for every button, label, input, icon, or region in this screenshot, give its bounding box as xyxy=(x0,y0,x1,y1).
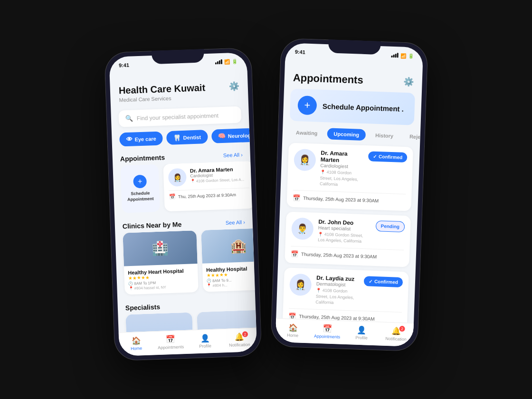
notification-badge-1: 2 xyxy=(242,331,248,337)
status-badge-3: ✓ Confirmed xyxy=(364,276,403,287)
settings-icon[interactable]: ⚙️ xyxy=(228,81,239,92)
time-1: 9:41 xyxy=(119,62,129,68)
doc-avatar-list-3: 👩‍⚕️ xyxy=(289,274,312,296)
tab-rejected[interactable]: Rejected xyxy=(403,131,423,143)
nav-profile-2[interactable]: 👤 Profile xyxy=(344,325,380,341)
eye-icon: 👁 xyxy=(126,136,133,143)
specialists-section-title: Specialists xyxy=(125,303,161,312)
alc-info-3: Dr. Laydia zuz Dermatologist 📍 4108 Gord… xyxy=(315,275,359,307)
status-badge-1: ✓ Confirmed xyxy=(368,151,408,162)
home-icon: 🏠 xyxy=(131,336,141,345)
calendar-icon-1: 📅 xyxy=(169,194,176,200)
schedule-appt-label: ScheduleAppointment xyxy=(127,190,154,202)
nav-home-label: Home xyxy=(131,346,142,351)
nav-home-label-2: Home xyxy=(287,333,298,338)
clinic-img-1: 🏥 xyxy=(123,230,197,266)
p2-title: Appointments xyxy=(293,72,363,86)
wifi-icon-2: 📶 xyxy=(400,53,406,58)
bottom-nav-1: 🏠 Home 📅 Appointments 👤 Profile 🔔 2 Noti… xyxy=(119,328,257,356)
status-icons-2: 📶 🔋 xyxy=(391,52,413,58)
nav-appointments-2[interactable]: 📅 Appointments xyxy=(310,323,345,340)
home-icon-2: 🏠 xyxy=(288,323,298,332)
appt-list-item-3[interactable]: 👩‍⚕️ Dr. Laydia zuz Dermatologist 📍 4108… xyxy=(283,267,409,323)
profile-icon-2: 👤 xyxy=(357,325,367,335)
cat-neurologist[interactable]: 🧠 Neurologi... xyxy=(211,128,250,143)
nav-notif-label-2: Notification xyxy=(385,336,407,342)
wifi-icon: 📶 xyxy=(224,59,230,64)
phone1-content: Health Care Kuwait Medical Care Services… xyxy=(109,66,256,332)
cat-eye-care[interactable]: 👁 Eye care xyxy=(119,131,163,146)
alc-addr-2: 📍 4108 Gordon Street, Los Angeles, Calif… xyxy=(318,231,370,245)
search-bar[interactable]: 🔍 Find your specialist appointment xyxy=(118,106,241,127)
checkmark-icon-3: ✓ xyxy=(369,279,372,284)
notification-badge-2: 2 xyxy=(399,326,405,332)
clinic-img-2: 🏨 xyxy=(201,228,255,264)
cal-icon-list-2: 📅 xyxy=(291,250,299,258)
battery-icon: 🔋 xyxy=(232,58,238,64)
brain-icon: 🧠 xyxy=(218,133,226,140)
nav-appt-label: Appointments xyxy=(158,344,184,350)
clinics-see-all[interactable]: See All › xyxy=(226,219,245,225)
clinics-section-title: Clinics Near by Me xyxy=(123,220,182,230)
appointments-icon-2: 📅 xyxy=(323,324,332,333)
appointment-list: 👩‍⚕️ Dr. Amara Marten Cardiologiest 📍 41… xyxy=(276,142,420,323)
schedule-banner[interactable]: + Schedule Appointment . xyxy=(290,89,415,125)
phone2-content: Appointments ⚙️ + Schedule Appointment .… xyxy=(276,56,423,323)
specialist-card-1[interactable]: 👩‍⚕️ Dr. Lydia zuz Dermatologist xyxy=(125,312,194,332)
notch-1 xyxy=(152,49,204,64)
battery-icon-2: 🔋 xyxy=(408,53,413,58)
bottom-nav-2: 🏠 Home 📅 Appointments 👤 Profile 🔔 2 Noti… xyxy=(275,318,414,347)
phone-2: 9:41 📶 🔋 Appointments ⚙️ + xyxy=(270,38,428,352)
appt-list-item-1[interactable]: 👩‍⚕️ Dr. Amara Marten Cardiologiest 📍 41… xyxy=(286,142,413,211)
spec-img-female: 👩‍⚕️ xyxy=(125,312,194,332)
p2-header: Appointments ⚙️ xyxy=(284,56,423,93)
app-scene: 9:41 📶 🔋 Health Care Kuwait Medical Care… xyxy=(109,45,423,354)
p1-header: Health Care Kuwait Medical Care Services… xyxy=(109,66,248,107)
search-placeholder: Find your specialist appointment xyxy=(137,112,218,122)
doc-avatar-1: 👩‍⚕️ xyxy=(168,168,187,187)
alc-date-1: Thursday, 25th Aug 2023 at 9:30AM xyxy=(303,195,379,203)
nav-home-2[interactable]: 🏠 Home xyxy=(276,323,311,339)
cat-neuro-label: Neurologi... xyxy=(228,132,250,139)
alc-info-1: Dr. Amara Marten Cardiologiest 📍 4108 Go… xyxy=(320,150,364,189)
clinics-row: 🏥 Healthy Heart Hospital ★★★★★ 🕐 8AM To … xyxy=(115,228,255,300)
appointments-row: + ScheduleAppointment 👩‍⚕️ Dr. Amara Mar… xyxy=(113,161,252,218)
appt-list-item-2[interactable]: 👨‍⚕️ Dr. John Deo Heart specialist 📍 410… xyxy=(285,211,411,267)
nav-profile-label: Profile xyxy=(199,343,211,349)
settings-icon-2[interactable]: ⚙️ xyxy=(403,76,414,87)
signal-icon-2 xyxy=(391,53,398,58)
cat-eye-label: Eye care xyxy=(134,135,156,142)
appointments-section-title: Appointments xyxy=(120,153,165,162)
tab-upcoming[interactable]: Upcoming xyxy=(327,128,366,141)
nav-appt-label-2: Appointments xyxy=(314,334,340,340)
tab-awaiting[interactable]: Awaiting xyxy=(289,127,324,140)
appt-date-1: Thu, 25th Aug 2023 at 9:30Am xyxy=(178,192,236,199)
clinic-card-2[interactable]: 🏨 Healthy Hospital ★★★★★ 🕐 8AM To 9... 📍… xyxy=(201,228,255,292)
doc-addr-1: 📍 4108 Gordon Street, Los A... xyxy=(190,177,249,183)
nav-notification-1[interactable]: 🔔 2 Notification xyxy=(222,332,257,348)
time-2: 9:41 xyxy=(295,49,305,55)
status-badge-2: Pending xyxy=(375,220,405,232)
cat-dentist-label: Dentist xyxy=(183,134,201,140)
status-icons-1: 📶 🔋 xyxy=(215,58,238,65)
alc-date-2: Thursday, 25th Aug 2023 at 9:30AM xyxy=(301,252,377,260)
alc-name-1: Dr. Amara Marten xyxy=(321,150,364,164)
alc-addr-1: 📍 4108 Gordon Street, Los Angeles, Calif… xyxy=(320,169,363,189)
cal-icon-list-1: 📅 xyxy=(293,194,301,202)
add-appointment-icon: + xyxy=(133,175,147,189)
signal-icon xyxy=(215,59,222,65)
clinic-card-1[interactable]: 🏥 Healthy Heart Hospital ★★★★★ 🕐 8AM To … xyxy=(123,230,198,294)
alc-addr-3: 📍 4108 Gordon Street, Los Angeles, Calif… xyxy=(315,287,359,307)
tab-history[interactable]: History xyxy=(369,129,400,142)
cat-dentist[interactable]: 🦷 Dentist xyxy=(166,130,208,145)
search-icon: 🔍 xyxy=(125,115,133,123)
nav-notification-2[interactable]: 🔔 2 Notification xyxy=(379,326,414,342)
schedule-plus-icon: + xyxy=(297,95,317,115)
nav-appointments-1[interactable]: 📅 Appointments xyxy=(153,334,188,351)
nav-home-1[interactable]: 🏠 Home xyxy=(119,335,154,352)
appointment-card-1[interactable]: 👩‍⚕️ Dr. Amara Marten Cardiologist 📍 410… xyxy=(163,161,252,211)
appointments-see-all[interactable]: See All › xyxy=(223,152,243,158)
nav-profile-1[interactable]: 👤 Profile xyxy=(188,333,223,349)
schedule-appt-card[interactable]: + ScheduleAppointment xyxy=(120,164,160,213)
alc-info-2: Dr. John Deo Heart specialist 📍 4108 Gor… xyxy=(318,218,371,245)
